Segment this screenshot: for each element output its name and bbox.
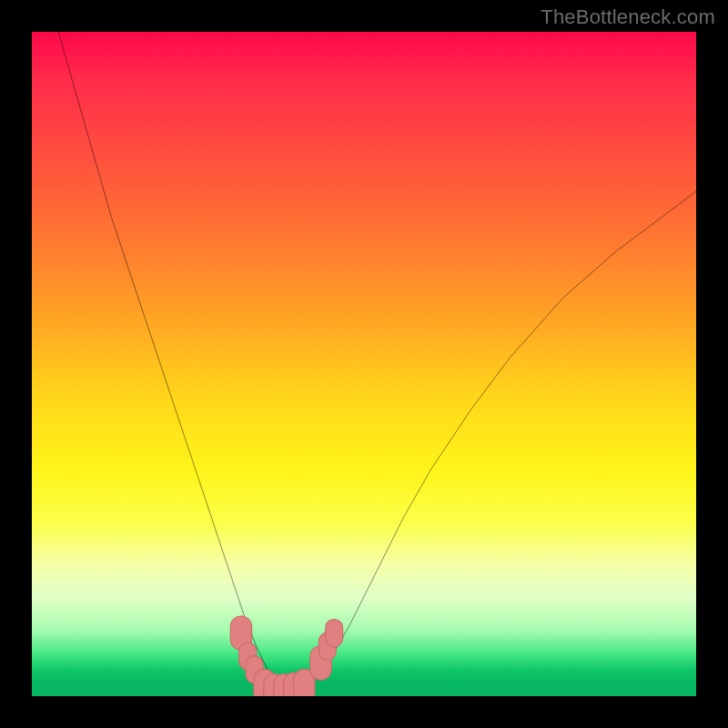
chart-frame: TheBottleneck.com xyxy=(0,0,728,728)
curve-marker xyxy=(326,619,343,646)
bottleneck-curve xyxy=(58,32,696,690)
curve-layer xyxy=(32,32,696,696)
curve-markers xyxy=(230,616,342,696)
watermark-text: TheBottleneck.com xyxy=(541,5,715,29)
plot-area xyxy=(32,32,696,696)
